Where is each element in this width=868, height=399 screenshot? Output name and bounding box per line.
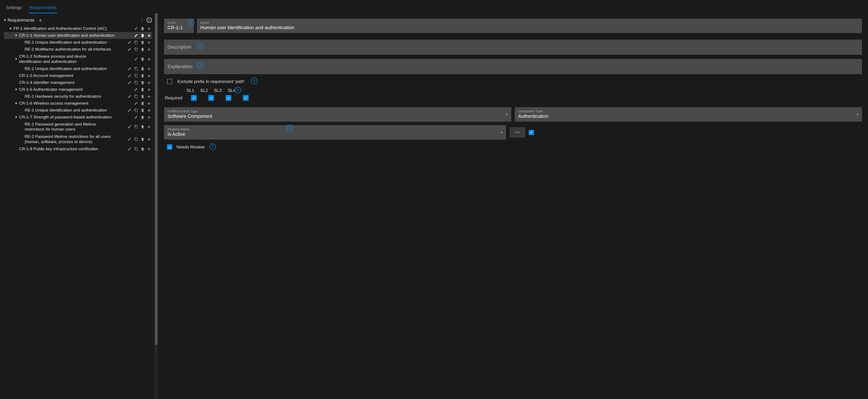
delete-icon[interactable]	[141, 101, 145, 105]
explanation-field[interactable]: Explanation 3	[164, 59, 862, 74]
tree-more-menu[interactable]: ⋮	[140, 17, 144, 23]
tree-row[interactable]: CR-1-3 Account management＋	[4, 72, 152, 79]
delete-icon[interactable]	[141, 137, 145, 141]
edit-icon[interactable]	[134, 101, 138, 105]
edit-icon[interactable]	[134, 115, 138, 119]
tree-row[interactable]: RE-1 Password generation and lifetime re…	[4, 121, 152, 133]
add-icon[interactable]: ＋	[147, 47, 151, 51]
expander-icon[interactable]: ▾	[15, 57, 19, 61]
tree-row[interactable]: CR-1-4 Identifier management＋	[4, 79, 152, 86]
required-sl4-checkbox[interactable]	[243, 95, 249, 101]
delete-icon[interactable]	[141, 88, 145, 92]
delete-icon[interactable]	[141, 80, 145, 85]
required-sl3-checkbox[interactable]	[226, 95, 231, 101]
expander-icon[interactable]: ▾	[15, 33, 19, 38]
property-value-checkbox[interactable]	[529, 130, 534, 135]
edit-icon[interactable]	[128, 74, 131, 77]
tree-row[interactable]: RE-1 Unique identification and authentic…	[4, 39, 152, 46]
tree-root-expander[interactable]: ▾	[4, 18, 6, 23]
tree-scrollbar[interactable]	[154, 13, 158, 399]
delete-icon[interactable]	[141, 74, 145, 77]
copy-icon[interactable]	[134, 80, 138, 85]
edit-icon[interactable]	[128, 95, 131, 98]
add-icon[interactable]: ＋	[147, 125, 151, 129]
edit-icon[interactable]	[134, 33, 138, 37]
tree-row[interactable]: RE-1 Hardware security for authenticator…	[4, 93, 152, 100]
edit-icon[interactable]	[128, 80, 131, 85]
fulfillment-rule-type-select[interactable]: Fulfillment Rule Type Software Component…	[164, 107, 511, 122]
name-field[interactable]: Name Human user identification and authe…	[197, 19, 862, 33]
delete-icon[interactable]	[141, 108, 145, 112]
property-name-select[interactable]: Property Name Is Active ▼	[164, 125, 506, 140]
delete-icon[interactable]	[141, 115, 145, 119]
edit-icon[interactable]	[128, 47, 131, 51]
delete-icon[interactable]	[141, 125, 145, 129]
expander-icon[interactable]: ▾	[15, 101, 19, 106]
copy-icon[interactable]	[134, 95, 138, 98]
delete-icon[interactable]	[141, 67, 145, 71]
add-root-button[interactable]: ＋	[38, 18, 42, 22]
tree-row[interactable]: RE-2 Multifactor authentication for all …	[4, 46, 152, 53]
needs-review-checkbox[interactable]	[167, 144, 172, 149]
delete-icon[interactable]	[141, 27, 145, 31]
copy-icon[interactable]	[134, 147, 138, 151]
exclude-prefix-checkbox[interactable]	[167, 79, 172, 84]
copy-icon[interactable]	[134, 67, 138, 71]
copy-icon[interactable]	[134, 125, 138, 129]
delete-icon[interactable]	[141, 95, 145, 98]
edit-icon[interactable]	[128, 125, 131, 129]
edit-icon[interactable]	[134, 88, 138, 92]
expander-icon[interactable]: ▾	[15, 115, 19, 120]
validate-icon[interactable]: ✓	[147, 18, 152, 23]
delete-icon[interactable]	[141, 47, 145, 51]
copy-icon[interactable]	[134, 47, 138, 51]
edit-icon[interactable]	[134, 57, 138, 61]
copy-icon[interactable]	[134, 74, 138, 77]
add-icon[interactable]: ＋	[147, 101, 151, 105]
add-icon[interactable]: ＋	[147, 137, 151, 141]
delete-icon[interactable]	[141, 33, 145, 37]
add-icon[interactable]: ＋	[147, 88, 151, 92]
tree-row[interactable]: ▾CR-1-6 Wireless access management＋	[4, 100, 152, 107]
edit-icon[interactable]	[128, 40, 131, 44]
edit-icon[interactable]	[128, 137, 131, 141]
tree-row[interactable]: ▾CR-1-7 Strength of password-based authe…	[4, 114, 152, 121]
edit-icon[interactable]	[128, 147, 131, 151]
add-icon[interactable]: ＋	[147, 74, 151, 77]
tree-row[interactable]: RE-1 Unique identification and authentic…	[4, 107, 152, 114]
expander-icon[interactable]: ▾	[9, 26, 13, 31]
edit-icon[interactable]	[134, 27, 138, 31]
add-icon[interactable]: ＋	[147, 57, 151, 61]
component-type-select[interactable]: Component Type Authentication ▼	[515, 107, 862, 122]
tree-row[interactable]: CR-1-8 Public key infrastructure certifi…	[4, 145, 152, 153]
required-sl2-checkbox[interactable]	[208, 95, 214, 101]
add-icon[interactable]: ＋	[147, 80, 151, 85]
description-field[interactable]: Description 2	[164, 39, 862, 55]
tab-settings[interactable]: Settings	[5, 3, 23, 13]
add-icon[interactable]: ＋	[147, 147, 151, 151]
tree-row[interactable]: RE-1 Unique identification and authentic…	[4, 65, 152, 72]
tree-row[interactable]: ▾FR-1 Identification and Authentication …	[4, 25, 152, 32]
tree-row[interactable]: RE-2 Password lifetime restrictions for …	[4, 133, 152, 145]
add-icon[interactable]: ＋	[147, 27, 151, 31]
tree-row[interactable]: ▾CR-1-1 Human user identification and au…	[4, 32, 152, 39]
add-icon[interactable]: ＋	[147, 40, 151, 44]
add-icon[interactable]: ＋	[147, 67, 151, 71]
operator-box[interactable]: ==	[509, 127, 525, 138]
tree-row[interactable]: ▾CR-1-2 Software process and device iden…	[4, 53, 152, 65]
required-sl1-checkbox[interactable]	[191, 95, 197, 101]
add-icon[interactable]: ＋	[147, 33, 151, 37]
edit-icon[interactable]	[128, 67, 131, 71]
add-icon[interactable]: ＋	[147, 95, 151, 98]
delete-icon[interactable]	[141, 40, 145, 44]
copy-icon[interactable]	[134, 108, 138, 112]
tab-requirements[interactable]: Requirements	[29, 3, 57, 13]
add-icon[interactable]: ＋	[147, 108, 151, 112]
add-icon[interactable]: ＋	[147, 115, 151, 119]
copy-icon[interactable]	[134, 40, 138, 44]
expander-icon[interactable]: ▾	[15, 87, 19, 92]
delete-icon[interactable]	[141, 147, 145, 151]
edit-icon[interactable]	[128, 108, 131, 112]
copy-icon[interactable]	[134, 137, 138, 141]
tree-row[interactable]: ▾CR-1-5 Authenticator management＋	[4, 86, 152, 93]
